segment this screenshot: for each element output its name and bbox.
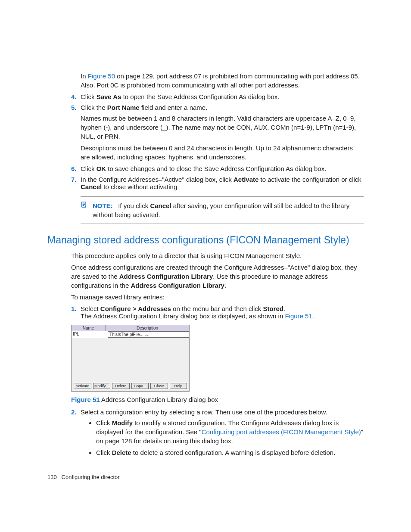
step-7: 7. In the Configure Addresses–"Active" d…: [71, 176, 364, 190]
step-7-b2: Cancel: [81, 183, 102, 190]
body-p2-b2: Address Configuration Library: [131, 282, 224, 289]
step-b2-sublist: Click Modify to modify a stored configur…: [96, 418, 364, 457]
close-button[interactable]: Close: [150, 383, 168, 389]
step-5-l1-pre: Click the: [81, 104, 107, 111]
steps-list-b: 1. Select Configure > Addresses on the m…: [47, 305, 364, 320]
delete-button[interactable]: Delete: [112, 383, 130, 389]
step-4-post: to open the Save Address Configuration A…: [121, 93, 280, 100]
step-b1: 1. Select Configure > Addresses on the m…: [71, 305, 364, 320]
step-7-pre: In the Configure Addresses–"Active" dial…: [81, 176, 234, 183]
b2-text: Select a configuration entry by selectin…: [81, 408, 327, 416]
b1-l2-pre: The Address Configuration Library dialog…: [81, 312, 285, 320]
step-number: 5.: [71, 104, 77, 111]
b1-bold2: Stored: [263, 305, 283, 312]
b1-pre: Select: [81, 305, 100, 312]
step-5-p2: Descriptions must be between 0 and 24 ch…: [81, 143, 364, 162]
document-page: In Figure 50 on page 129, port address 0…: [0, 0, 411, 532]
body-p1: This procedure applies only to a directo…: [71, 251, 364, 260]
note-block: NOTE: If you click Cancel after saving, …: [81, 196, 364, 224]
b1-mid: on the menu bar and then click: [171, 305, 263, 312]
steps-list-c: 2. Select a configuration entry by selec…: [47, 408, 364, 457]
step-6: 6. Click OK to save changes and to close…: [71, 165, 364, 172]
note-icon: [81, 201, 88, 219]
sub-bullet-modify: Click Modify to modify a stored configur…: [96, 418, 364, 445]
dialog-col-description[interactable]: Description: [106, 325, 189, 331]
step-6-post: to save changes and to close the Save Ad…: [106, 165, 326, 172]
figure-text: Address Configuration Library dialog box: [100, 396, 218, 403]
help-button[interactable]: Help: [170, 383, 187, 389]
sb1-bold: Modify: [112, 419, 133, 426]
note-bold: Cancel: [150, 202, 171, 209]
dialog-col-name[interactable]: Name: [72, 325, 106, 331]
step-4-bold: Save As: [97, 93, 121, 100]
page-number: 130: [47, 474, 57, 480]
step-6-bold: OK: [97, 165, 106, 172]
figure-50-link[interactable]: Figure 50: [88, 72, 115, 80]
sb2-bold: Delete: [112, 449, 131, 456]
sub-bullet-delete: Click Delete to delete a stored configur…: [96, 448, 364, 457]
dialog-empty-area: [72, 338, 189, 381]
figure-label: Figure 51: [71, 396, 100, 403]
sb2-pre: Click: [96, 449, 112, 456]
body-p2: Once address configurations are created …: [71, 263, 364, 290]
modify-button[interactable]: Modify...: [93, 383, 111, 389]
dialog-data-row[interactable]: IPL ThisIsTheIplFile........: [72, 331, 189, 338]
step-6-pre: Click: [81, 165, 97, 172]
dialog-row-desc[interactable]: ThisIsTheIplFile........: [108, 331, 189, 338]
step-b2: 2. Select a configuration entry by selec…: [71, 408, 364, 457]
figure-51-link[interactable]: Figure 51: [285, 312, 312, 320]
note-label: NOTE:: [93, 202, 113, 209]
step-number: 6.: [71, 165, 77, 172]
step-number: 1.: [71, 305, 77, 312]
footer-title: Configuring the director: [62, 474, 120, 480]
b1-post: .: [283, 305, 285, 312]
body-p3: To manage saved library entries:: [71, 292, 364, 302]
intro-paragraph: In Figure 50 on page 129, port address 0…: [81, 72, 364, 90]
note-pre: If you click: [118, 202, 150, 209]
step-4-pre: Click: [81, 93, 97, 100]
body-p2-post: .: [224, 282, 226, 289]
section-heading: Managing stored address configurations (…: [47, 234, 364, 246]
copy-button[interactable]: Copy...: [131, 383, 149, 389]
dialog-header-row: Name Description: [72, 325, 189, 331]
note-text: NOTE: If you click Cancel after saving, …: [93, 201, 364, 219]
page-footer: 130 Configuring the director: [47, 474, 120, 480]
intro-post: on page 129, port address 07 is prohibit…: [81, 72, 360, 89]
dialog-row-name: IPL: [72, 331, 108, 338]
step-5: 5. Click the Port Name field and enter a…: [71, 104, 364, 162]
sb2-post: to delete a stored configuration. A warn…: [131, 449, 336, 456]
body-p2-b1: Address Configuration Library: [119, 273, 213, 280]
step-5-p1: Names must be between 1 and 8 characters…: [81, 114, 364, 141]
step-5-l1-bold: Port Name: [107, 104, 140, 111]
b1-l2-post: .: [312, 312, 314, 320]
step-7-mid: to activate the configuration or click: [258, 176, 361, 183]
activate-button[interactable]: Activate: [74, 383, 91, 389]
dialog-button-row: Activate Modify... Delete Copy... Close …: [72, 381, 189, 391]
steps-list-a: 4. Click Save As to open the Save Addres…: [47, 93, 364, 190]
figure-51-caption: Figure 51 Address Configuration Library …: [71, 395, 364, 404]
step-7-b1: Activate: [234, 176, 258, 183]
step-number: 4.: [71, 93, 77, 100]
intro-pre: In: [81, 72, 88, 80]
step-5-l1-post: field and enter a name.: [140, 104, 208, 111]
b1-bold1: Configure > Addresses: [100, 305, 171, 312]
step-4: 4. Click Save As to open the Save Addres…: [71, 93, 364, 100]
step-number: 7.: [71, 176, 77, 183]
address-config-library-dialog: Name Description IPL ThisIsTheIplFile...…: [71, 325, 190, 392]
step-number: 2.: [71, 408, 77, 416]
config-port-addr-link[interactable]: Configuring port addresses (FICON Manage…: [202, 428, 361, 436]
sb1-pre: Click: [96, 419, 112, 426]
step-7-post: to close without activating.: [102, 183, 179, 190]
